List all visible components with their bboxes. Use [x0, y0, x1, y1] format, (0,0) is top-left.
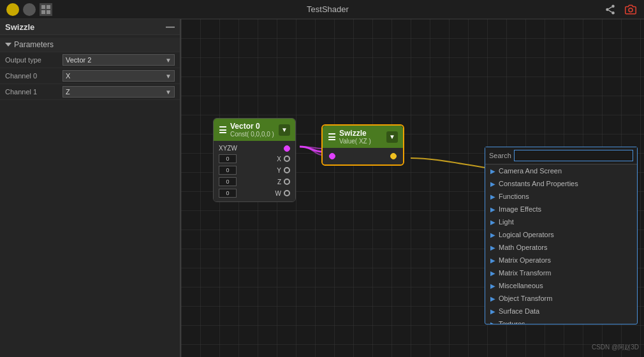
search-dropdown: Search ▶Camera And Screen▶Constants And …: [485, 147, 638, 324]
search-item[interactable]: ▶Textures: [485, 317, 637, 324]
port-y-input[interactable]: 0: [219, 166, 237, 175]
params-header: Parameters: [0, 38, 180, 52]
port-x: 0 X: [214, 153, 295, 164]
search-item[interactable]: ▶Logical Operators: [485, 228, 637, 241]
port-w: 0 W: [214, 187, 295, 199]
search-item-label: Matrix Transform: [499, 269, 552, 277]
node-vector-title: Vector 0: [230, 122, 274, 131]
search-item-arrow: ▶: [490, 270, 495, 277]
port-z: 0 Z: [214, 176, 295, 187]
port-w-right: W: [275, 190, 290, 197]
node-swizzle-subtitle: Value( XZ ): [339, 138, 371, 145]
search-item-label: Math Operators: [499, 244, 547, 251]
watermark: CSDN @阿赵3D: [592, 343, 639, 352]
port-y-dot[interactable]: [284, 167, 290, 173]
params-label: Parameters: [14, 40, 54, 49]
search-item-arrow: ▶: [490, 219, 495, 226]
search-item[interactable]: ▶Image Effects: [485, 203, 637, 215]
left-panel: Swizzle — Parameters Output type Vector …: [0, 19, 181, 357]
collapse-icon[interactable]: [5, 43, 11, 47]
port-xyzw-dot[interactable]: [284, 145, 290, 152]
topbar: TestShader: [0, 0, 644, 19]
svg-point-2: [611, 11, 615, 15]
node-swizzle-body: [323, 148, 403, 164]
search-item-arrow: ▶: [490, 180, 495, 187]
params-section: Parameters Output type Vector 2 ▼ Channe…: [0, 35, 180, 103]
share-icon[interactable]: [603, 3, 617, 17]
port-x-input[interactable]: 0: [219, 154, 237, 163]
search-item-label: Miscellaneous: [499, 282, 543, 289]
canvas-area[interactable]: ☰ Vector 0 Const( 0,0,0,0 ) ▼ XYZW: [181, 19, 644, 357]
main-layout: Swizzle — Parameters Output type Vector …: [0, 19, 644, 357]
search-item-arrow: ▶: [490, 308, 495, 315]
svg-line-4: [608, 6, 611, 8]
search-item-label: Camera And Screen: [499, 167, 562, 175]
search-item[interactable]: ▶Light: [485, 215, 637, 228]
port-w-input[interactable]: 0: [219, 189, 237, 198]
swizzle-right-port[interactable]: [390, 153, 397, 159]
topbar-right: [603, 3, 638, 17]
search-item[interactable]: ▶Miscellaneous: [485, 279, 637, 292]
node-vector-subtitle: Const( 0,0,0,0 ): [230, 131, 274, 138]
param-row-channel1: Channel 1 Z ▼: [0, 84, 180, 100]
channel0-dropdown[interactable]: X ▼: [62, 70, 175, 82]
channel0-arrow: ▼: [165, 73, 172, 80]
search-item[interactable]: ▶Camera And Screen: [485, 164, 637, 177]
port-xyzw-connector: [284, 145, 290, 152]
search-item[interactable]: ▶Matrix Transform: [485, 266, 637, 279]
port-z-label: Z: [277, 178, 281, 186]
node-vector-expand[interactable]: ▼: [279, 124, 290, 136]
param-row-channel0: Channel 0 X ▼: [0, 68, 180, 84]
port-y-label: Y: [277, 167, 281, 174]
mode-icon-2[interactable]: [23, 3, 36, 16]
search-item[interactable]: ▶Matrix Operators: [485, 254, 637, 266]
port-x-dot[interactable]: [284, 156, 290, 162]
port-z-input[interactable]: 0: [219, 177, 237, 186]
node-swizzle-header: ☰ Swizzle Value( XZ ) ▼: [323, 126, 403, 148]
node-swizzle-header-left: ☰ Swizzle Value( XZ ): [328, 129, 371, 145]
output-type-value: Vector 2: [66, 56, 91, 64]
svg-point-0: [611, 4, 615, 8]
minimize-button[interactable]: —: [166, 22, 175, 32]
node-vector: ☰ Vector 0 Const( 0,0,0,0 ) ▼ XYZW: [213, 118, 296, 202]
channel1-value: Z: [66, 88, 70, 96]
port-w-dot[interactable]: [284, 190, 290, 196]
search-item[interactable]: ▶Object Transform: [485, 292, 637, 305]
node-vector-header-left: ☰ Vector 0 Const( 0,0,0,0 ): [219, 122, 274, 138]
output-type-dropdown[interactable]: Vector 2 ▼: [62, 54, 175, 66]
port-z-dot[interactable]: [284, 178, 290, 185]
node-swizzle-title-block: Swizzle Value( XZ ): [339, 129, 371, 145]
node-vector-menu-icon[interactable]: ☰: [219, 125, 227, 135]
camera-icon[interactable]: [624, 3, 638, 17]
panel-title: Swizzle: [5, 22, 34, 32]
node-swizzle-menu-icon[interactable]: ☰: [328, 132, 336, 142]
search-item-arrow: ▶: [490, 282, 495, 289]
topbar-left: [6, 3, 52, 16]
port-y: 0 Y: [214, 164, 295, 176]
svg-line-3: [608, 10, 611, 12]
node-swizzle-expand[interactable]: ▼: [386, 131, 398, 143]
search-item[interactable]: ▶Surface Data: [485, 305, 637, 317]
node-swizzle: ☰ Swizzle Value( XZ ) ▼: [321, 124, 404, 166]
search-item[interactable]: ▶Constants And Properties: [485, 177, 637, 190]
search-item-arrow: ▶: [490, 321, 495, 324]
channel1-dropdown[interactable]: Z ▼: [62, 86, 175, 98]
port-xyzw-label: XYZW: [219, 145, 237, 152]
panel-titlebar: Swizzle —: [0, 19, 180, 35]
mode-icon-1[interactable]: [6, 3, 19, 16]
node-vector-header: ☰ Vector 0 Const( 0,0,0,0 ) ▼: [214, 119, 295, 141]
swizzle-left-port[interactable]: [329, 153, 335, 159]
search-item[interactable]: ▶Functions: [485, 190, 637, 203]
param-row-output-type: Output type Vector 2 ▼: [0, 52, 180, 68]
search-list: ▶Camera And Screen▶Constants And Propert…: [485, 164, 637, 324]
search-label: Search: [489, 152, 511, 159]
channel1-label: Channel 1: [5, 88, 62, 96]
port-xyzw: XYZW: [214, 143, 295, 153]
node-swizzle-title: Swizzle: [339, 129, 371, 138]
grid-icon[interactable]: [40, 3, 52, 16]
search-item[interactable]: ▶Math Operators: [485, 241, 637, 254]
search-input[interactable]: [514, 150, 633, 161]
search-item-arrow: ▶: [490, 193, 495, 200]
channel0-label: Channel 0: [5, 72, 62, 80]
search-item-label: Object Transform: [499, 295, 552, 302]
